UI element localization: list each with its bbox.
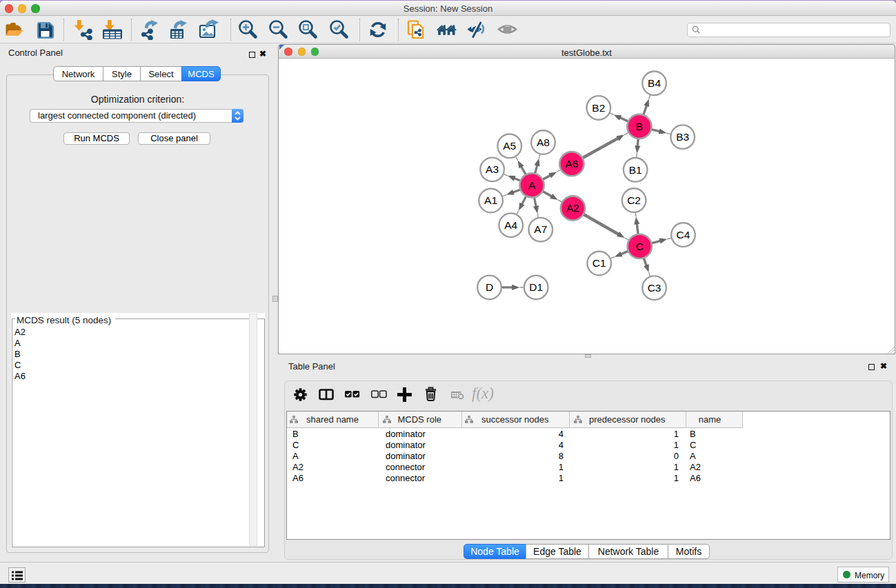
- svg-text:C3: C3: [648, 282, 661, 294]
- svg-text:C1: C1: [593, 257, 606, 269]
- svg-text:A8: A8: [537, 136, 550, 148]
- svg-text:C4: C4: [677, 229, 690, 241]
- svg-text:A5: A5: [503, 140, 516, 152]
- svg-text:A4: A4: [504, 219, 517, 231]
- svg-text:C: C: [636, 241, 644, 252]
- svg-text:A6: A6: [565, 158, 578, 170]
- svg-text:A1: A1: [484, 194, 497, 206]
- svg-text:A2: A2: [566, 202, 579, 214]
- svg-text:B3: B3: [676, 131, 689, 143]
- svg-text:C2: C2: [627, 194, 641, 206]
- svg-text:A: A: [528, 179, 536, 191]
- svg-text:B2: B2: [592, 102, 605, 114]
- svg-text:D1: D1: [529, 281, 543, 293]
- svg-text:B4: B4: [648, 77, 661, 89]
- svg-text:B1: B1: [629, 164, 642, 176]
- svg-text:D: D: [486, 281, 493, 293]
- svg-text:A7: A7: [534, 223, 547, 235]
- svg-text:B: B: [636, 121, 643, 132]
- svg-text:A3: A3: [486, 163, 499, 175]
